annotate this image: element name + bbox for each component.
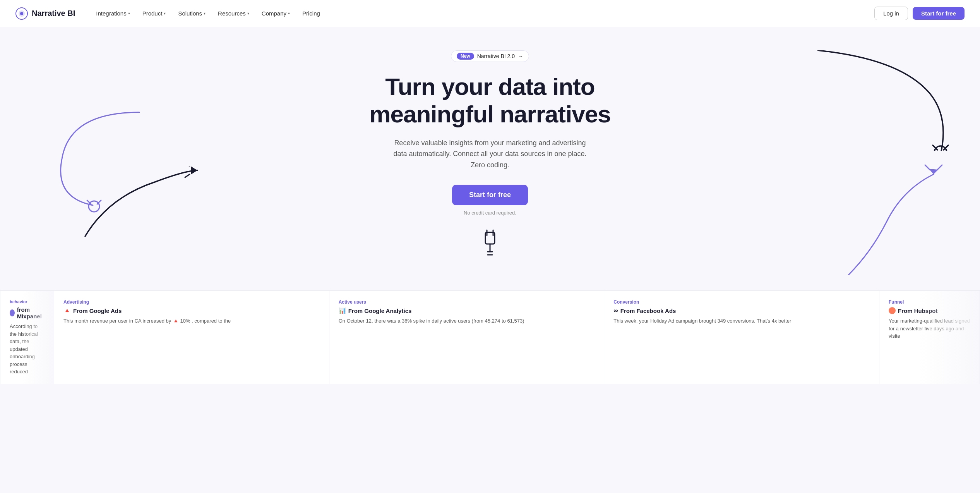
chevron-down-icon: ▾ bbox=[247, 11, 249, 15]
nav-item-integrations[interactable]: Integrations ▾ bbox=[91, 7, 135, 20]
card-category: Conversion bbox=[613, 299, 870, 305]
deco-left-purple-plug bbox=[31, 105, 147, 213]
nav-items: Integrations ▾ Product ▾ Solutions ▾ Res… bbox=[91, 7, 874, 20]
card-source: ∞ From Facebook Ads bbox=[613, 307, 870, 314]
svg-marker-18 bbox=[929, 169, 938, 174]
list-item: Conversion ∞ From Facebook Ads This week… bbox=[604, 290, 879, 384]
svg-line-4 bbox=[87, 200, 91, 204]
chevron-down-icon: ▾ bbox=[204, 11, 206, 15]
chevron-down-icon: ▾ bbox=[128, 11, 130, 15]
nav-actions: Log in Start for free bbox=[874, 7, 965, 20]
svg-line-20 bbox=[937, 165, 942, 170]
deco-right-black-plug bbox=[817, 50, 957, 151]
card-category: Advertising bbox=[63, 299, 320, 305]
no-credit-text: No credit card required. bbox=[464, 210, 516, 216]
card-source: 🔺 From Google Ads bbox=[63, 307, 320, 314]
badge-text: Narrative BI 2.0 bbox=[477, 53, 515, 59]
logo[interactable]: Narrative BI bbox=[15, 7, 75, 20]
hero-title: Turn your data into meaningful narrative… bbox=[369, 73, 610, 128]
card-text: According to the historical data, the up… bbox=[10, 323, 45, 376]
logo-text: Narrative BI bbox=[32, 9, 75, 18]
list-item: Advertising 🔺 From Google Ads This month… bbox=[54, 290, 329, 384]
deco-bottom-left-plug bbox=[77, 167, 201, 244]
svg-line-8 bbox=[944, 145, 948, 150]
svg-point-6 bbox=[934, 146, 947, 151]
list-item: behavior from Mixpanel According to the … bbox=[0, 290, 54, 384]
navbar: Narrative BI Integrations ▾ Product ▾ So… bbox=[0, 0, 980, 27]
mixpanel-icon bbox=[10, 309, 15, 316]
card-source: From Hubspot bbox=[889, 307, 970, 314]
hubspot-icon bbox=[889, 307, 896, 314]
facebook-ads-icon: ∞ bbox=[613, 307, 618, 314]
nav-item-product[interactable]: Product ▾ bbox=[137, 7, 171, 20]
card-text: This week, your Holiday Ad campaign brou… bbox=[613, 317, 870, 325]
svg-line-5 bbox=[97, 200, 101, 204]
new-pill: New bbox=[457, 53, 474, 60]
cards-strip: behavior from Mixpanel According to the … bbox=[0, 290, 980, 384]
login-button[interactable]: Log in bbox=[874, 7, 908, 20]
card-text: Your marketing-qualified lead signed for… bbox=[889, 317, 970, 340]
svg-marker-9 bbox=[191, 167, 197, 174]
svg-line-11 bbox=[185, 174, 190, 177]
google-ads-icon: 🔺 bbox=[63, 307, 71, 314]
nav-item-company[interactable]: Company ▾ bbox=[256, 7, 295, 20]
start-for-free-hero-button[interactable]: Start for free bbox=[452, 185, 528, 205]
card-category: Funnel bbox=[889, 299, 970, 305]
badge-arrow: → bbox=[518, 53, 523, 59]
card-text: This month revenue per user in CA increa… bbox=[63, 317, 320, 325]
card-category: Active users bbox=[339, 299, 595, 305]
chevron-down-icon: ▾ bbox=[164, 11, 166, 15]
nav-item-solutions[interactable]: Solutions ▾ bbox=[173, 7, 211, 20]
hero-subtitle: Receive valuable insights from your mark… bbox=[389, 137, 591, 171]
svg-rect-12 bbox=[485, 232, 495, 244]
card-source: from Mixpanel bbox=[10, 306, 45, 320]
card-text: On October 12, there was a 36% spike in … bbox=[339, 317, 595, 325]
list-item: Funnel From Hubspot Your marketing-quali… bbox=[879, 290, 980, 384]
hero-section: New Narrative BI 2.0 → Turn your data in… bbox=[0, 27, 980, 290]
svg-line-7 bbox=[933, 145, 937, 150]
nav-item-pricing[interactable]: Pricing bbox=[297, 7, 326, 20]
deco-right-purple-plug bbox=[841, 159, 949, 275]
logo-icon bbox=[15, 7, 28, 20]
chevron-down-icon: ▾ bbox=[288, 11, 290, 15]
card-category: behavior bbox=[10, 299, 45, 304]
svg-line-19 bbox=[925, 165, 930, 170]
start-for-free-nav-button[interactable]: Start for free bbox=[913, 7, 965, 20]
nav-item-resources[interactable]: Resources ▾ bbox=[212, 7, 255, 20]
new-narrative-badge[interactable]: New Narrative BI 2.0 → bbox=[451, 50, 529, 62]
card-source: 📊 From Google Analytics bbox=[339, 307, 595, 314]
svg-point-3 bbox=[89, 201, 99, 212]
list-item: Active users 📊 From Google Analytics On … bbox=[329, 290, 605, 384]
google-analytics-icon: 📊 bbox=[339, 307, 346, 314]
deco-bottom-center-plug bbox=[471, 228, 509, 275]
svg-point-2 bbox=[20, 12, 23, 15]
